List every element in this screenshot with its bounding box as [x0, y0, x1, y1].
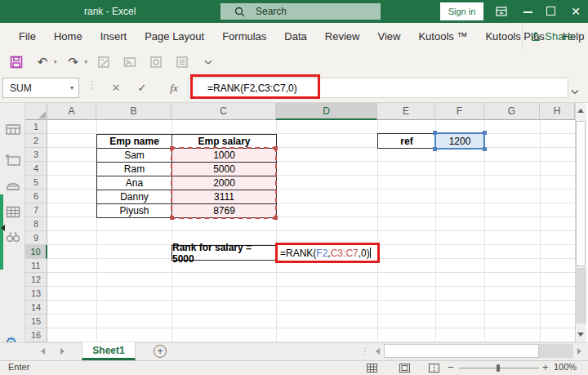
cell-c7[interactable]: 8769 — [172, 204, 277, 218]
navigation-pane-button[interactable] — [6, 153, 20, 167]
zoom-slider-knob[interactable] — [497, 364, 500, 372]
tab-view[interactable]: View — [368, 23, 409, 50]
column-header-f[interactable]: F — [435, 103, 484, 120]
cell-c3[interactable]: 1000 — [172, 149, 277, 163]
normal-view-icon — [367, 364, 377, 373]
minimize-button[interactable] — [518, 2, 537, 21]
sheet-nav-right-button[interactable] — [60, 348, 65, 355]
row-header-15[interactable]: 15 — [25, 315, 47, 328]
row-header-3[interactable]: 3 — [25, 148, 47, 162]
column-header-a[interactable]: A — [47, 103, 96, 120]
insert-function-button[interactable]: fx — [163, 78, 185, 98]
tab-kutools[interactable]: Kutools ™ — [409, 23, 476, 50]
share-button[interactable]: Share — [522, 23, 581, 50]
print-preview-button[interactable] — [146, 53, 166, 71]
page-layout-view-button[interactable] — [398, 363, 411, 373]
hscroll-left-button[interactable] — [372, 344, 384, 358]
row-header-4[interactable]: 4 — [25, 162, 47, 176]
quick-print-button[interactable] — [172, 53, 192, 71]
cell-b6[interactable]: Danny — [97, 190, 172, 204]
tab-insert[interactable]: Insert — [91, 23, 136, 50]
row-header-10[interactable]: 10 — [25, 245, 47, 259]
scroll-down-button[interactable] — [575, 327, 586, 342]
sheet-tab-sheet1[interactable]: Sheet1 — [82, 342, 136, 360]
zoom-out-button[interactable]: − — [448, 361, 454, 373]
cell-b2[interactable]: Emp name — [97, 135, 172, 149]
column-header-g[interactable]: G — [484, 103, 540, 120]
tab-formulas[interactable]: Formulas — [213, 23, 275, 50]
design-mode-button[interactable] — [94, 53, 114, 71]
row-header-8[interactable]: 8 — [25, 217, 47, 231]
cancel-entry-button[interactable]: ✕ — [106, 78, 126, 98]
picture-button[interactable] — [120, 53, 140, 71]
tab-page-layout[interactable]: Page Layout — [136, 23, 213, 50]
workbook-pane-button[interactable] — [6, 123, 20, 137]
row-header-11[interactable]: 11 — [25, 259, 47, 273]
select-all-button[interactable] — [25, 103, 47, 120]
scroll-up-button[interactable] — [575, 103, 586, 118]
column-header-c[interactable]: C — [172, 103, 276, 120]
row-header-16[interactable]: 16 — [25, 328, 47, 342]
redo-button[interactable]: ↷ — [64, 53, 83, 71]
undo-button[interactable]: ↶ — [33, 53, 52, 71]
search-box[interactable]: Search — [220, 3, 381, 20]
horizontal-scrollbar-thumb[interactable] — [384, 344, 539, 358]
row-header-1[interactable]: 1 — [25, 120, 47, 134]
row-header-13[interactable]: 13 — [25, 287, 47, 301]
hscroll-right-button[interactable] — [573, 344, 586, 358]
column-header-h[interactable]: H — [540, 103, 575, 120]
cell-c6[interactable]: 3111 — [172, 190, 277, 204]
cell-c5[interactable]: 2000 — [172, 176, 277, 190]
cell-e2-ref-label[interactable]: ref — [377, 133, 436, 149]
tab-review[interactable]: Review — [316, 23, 369, 50]
sign-in-button[interactable]: Sign in — [440, 2, 483, 20]
sheet-nav-left-button[interactable] — [41, 348, 45, 355]
customize-qat-button[interactable] — [198, 53, 218, 71]
column-header-b[interactable]: B — [96, 103, 172, 120]
cell-b4[interactable]: Ram — [97, 163, 172, 176]
cell-c4[interactable]: 5000 — [172, 163, 277, 176]
find-replace-button[interactable] — [6, 230, 20, 244]
cell-b5[interactable]: Ana — [97, 176, 172, 190]
printer-button[interactable] — [6, 179, 20, 194]
row-header-2[interactable]: 2 — [25, 134, 47, 148]
cell-b3[interactable]: Sam — [97, 149, 172, 163]
page-break-view-button[interactable] — [427, 363, 440, 373]
row-header-12[interactable]: 12 — [25, 273, 47, 287]
pane-collapse-arrow-icon[interactable] — [1, 225, 5, 231]
confirm-entry-button[interactable]: ✓ — [132, 78, 152, 98]
row-header-6[interactable]: 6 — [25, 190, 47, 203]
row-header-9[interactable]: 9 — [25, 231, 47, 245]
page-break-icon — [429, 364, 439, 373]
tab-file[interactable]: File — [10, 23, 45, 50]
vertical-scrollbar-track[interactable] — [576, 268, 586, 324]
column-list-button[interactable] — [6, 204, 20, 219]
cell-c10-rank-label[interactable]: Rank for salary = 5000 — [172, 245, 277, 261]
undo-dropdown-caret[interactable]: ▾ — [54, 59, 57, 65]
tab-data[interactable]: Data — [275, 23, 315, 50]
cell-b7[interactable]: Piyush — [97, 204, 172, 218]
redo-dropdown-caret[interactable]: ▾ — [85, 59, 88, 65]
new-sheet-button[interactable]: + — [154, 345, 167, 358]
cell-c2[interactable]: Emp salary — [172, 135, 277, 149]
maximize-button[interactable] — [541, 2, 560, 21]
zoom-level[interactable]: 100% — [554, 362, 577, 372]
save-button[interactable] — [7, 53, 26, 71]
vertical-scrollbar-thumb[interactable] — [576, 121, 586, 266]
row-header-7[interactable]: 7 — [25, 203, 47, 217]
ribbon-display-options-button[interactable] — [496, 6, 507, 20]
column-header-e[interactable]: E — [377, 103, 435, 120]
column-header-d[interactable]: D — [276, 103, 377, 120]
row-header-14[interactable]: 14 — [25, 301, 47, 315]
cell-f2-ref-value[interactable]: 1200 — [434, 132, 485, 150]
tab-home[interactable]: Home — [45, 23, 91, 50]
kutools-pane-handle[interactable] — [0, 194, 3, 270]
normal-view-button[interactable] — [365, 363, 378, 373]
row-header-5[interactable]: 5 — [25, 176, 47, 190]
zoom-in-button[interactable]: + — [542, 361, 549, 373]
cell-d10-formula-annotated[interactable]: =RANK(F2,C3:C7,0) — [275, 243, 380, 263]
formula-bar-input[interactable]: =RANK(F2,C3:C7,0) — [188, 78, 568, 98]
expand-formula-bar-button[interactable] — [571, 83, 579, 98]
close-button[interactable]: ✕ — [565, 0, 586, 23]
name-box[interactable]: SUM ▾ — [2, 78, 79, 98]
